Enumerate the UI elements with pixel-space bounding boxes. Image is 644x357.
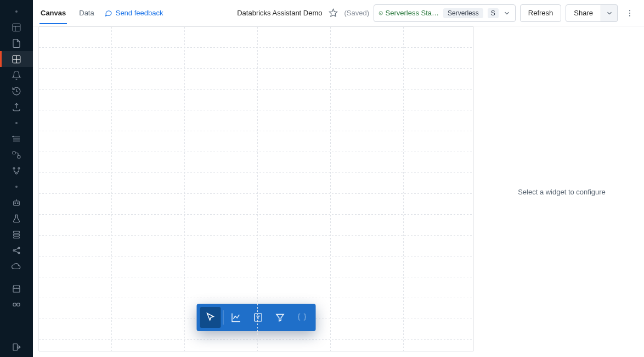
- share-caret-button[interactable]: [601, 4, 618, 22]
- cloud-icon: [12, 261, 21, 271]
- saved-status: (Saved): [344, 9, 370, 17]
- toolbar-separator: [223, 310, 224, 325]
- branch-icon: [12, 166, 21, 176]
- sidebar-dot: [0, 115, 33, 131]
- store-icon: [12, 284, 21, 294]
- sidebar-item-models[interactable]: [0, 226, 33, 242]
- sidebar-item-ml[interactable]: [0, 163, 33, 178]
- sidebar-item-tasks[interactable]: [0, 131, 33, 147]
- sidebar-item-apps[interactable]: [0, 194, 33, 210]
- svg-line-24: [15, 248, 18, 250]
- svg-point-21: [13, 249, 15, 251]
- sidebar-dot: [0, 3, 33, 19]
- svg-rect-20: [14, 237, 20, 238]
- bell-icon: [12, 70, 21, 80]
- history-icon: [12, 86, 21, 96]
- sidebar-item-pipelines[interactable]: [0, 147, 33, 163]
- dashboard-icon: [12, 54, 21, 64]
- tab-data[interactable]: Data: [78, 2, 95, 24]
- sidebar-item-logout[interactable]: [0, 339, 33, 355]
- tool-pointer-button[interactable]: [200, 307, 221, 328]
- feedback-label: Send feedback: [116, 9, 163, 17]
- share-button-group: Share: [566, 4, 618, 22]
- svg-point-12: [18, 168, 20, 169]
- config-panel: Select a widget to configure: [479, 26, 644, 357]
- cluster-chip-primary: Serverless: [443, 8, 483, 18]
- workspace: Select a widget to configure: [33, 26, 644, 357]
- chevron-down-icon: [503, 9, 511, 17]
- svg-rect-9: [13, 152, 15, 154]
- chart-icon: [231, 312, 242, 323]
- svg-point-11: [13, 168, 15, 169]
- svg-point-23: [18, 252, 20, 254]
- cluster-selector[interactable]: Serverless Sta… Serverless S: [374, 4, 516, 22]
- sidebar-item-editor[interactable]: [0, 51, 33, 67]
- svg-point-34: [629, 12, 630, 13]
- dashboard-canvas[interactable]: [38, 26, 474, 352]
- cluster-status-label: Serverless Sta…: [386, 9, 439, 17]
- sidebar-item-history[interactable]: [0, 83, 33, 99]
- share-icon: [12, 246, 21, 255]
- more-menu-button[interactable]: [622, 5, 637, 21]
- flask-icon: [12, 214, 21, 224]
- star-icon: [329, 8, 338, 18]
- sidebar-dot: [0, 178, 33, 194]
- pointer-icon: [205, 312, 216, 323]
- send-feedback-link[interactable]: Send feedback: [104, 9, 163, 17]
- sidebar-item-partner[interactable]: [0, 297, 33, 313]
- svg-rect-29: [13, 344, 18, 350]
- link-icon: [12, 300, 21, 310]
- tool-chart-button[interactable]: [226, 307, 247, 328]
- cluster-status: Serverless Sta…: [379, 9, 439, 17]
- cluster-chip-secondary: S: [488, 8, 499, 18]
- chevron-down-icon: [606, 9, 613, 17]
- share-button[interactable]: Share: [566, 4, 601, 22]
- svg-rect-26: [13, 303, 16, 306]
- svg-line-25: [15, 250, 18, 252]
- robot-icon: [12, 198, 21, 208]
- left-sidebar: [0, 0, 33, 357]
- check-circle-icon: [379, 9, 383, 17]
- svg-point-32: [379, 11, 382, 14]
- text-box-icon: [253, 312, 264, 323]
- tool-text-button[interactable]: [248, 307, 269, 328]
- sidebar-item-cloud[interactable]: [0, 258, 33, 274]
- svg-point-35: [629, 15, 630, 16]
- svg-rect-10: [18, 155, 20, 158]
- tool-filter-button[interactable]: [270, 307, 291, 328]
- file-icon: [12, 38, 21, 48]
- upload-icon: [12, 102, 21, 112]
- svg-point-22: [18, 247, 20, 249]
- logout-icon: [12, 342, 21, 352]
- sidebar-item-data[interactable]: [0, 99, 33, 115]
- sidebar-item-alerts[interactable]: [0, 67, 33, 83]
- svg-point-16: [18, 203, 19, 204]
- view-tabs: Canvas Data: [39, 2, 95, 24]
- main-area: Canvas Data Send feedback Databricks Ass…: [33, 0, 644, 357]
- canvas-wrap: [33, 26, 479, 357]
- svg-rect-0: [13, 24, 20, 31]
- layout-icon: [12, 23, 21, 32]
- svg-point-13: [16, 172, 18, 174]
- floating-toolbar: [197, 304, 316, 331]
- refresh-button[interactable]: Refresh: [520, 4, 562, 22]
- tab-canvas[interactable]: Canvas: [39, 2, 67, 24]
- tool-code-button[interactable]: [292, 307, 313, 328]
- config-panel-hint: Select a widget to configure: [518, 188, 606, 196]
- header-bar: Canvas Data Send feedback Databricks Ass…: [33, 0, 644, 26]
- sidebar-item-share[interactable]: [0, 242, 33, 258]
- chat-icon: [104, 9, 112, 17]
- svg-marker-31: [329, 9, 337, 16]
- tasks-icon: [12, 134, 21, 144]
- filter-icon: [275, 312, 286, 323]
- sidebar-item-file[interactable]: [0, 35, 33, 51]
- stack-icon: [12, 230, 21, 239]
- sidebar-item-marketplace[interactable]: [0, 281, 33, 297]
- sidebar-item-home[interactable]: [0, 19, 33, 35]
- favorite-button[interactable]: [327, 7, 340, 20]
- pipeline-icon: [12, 150, 21, 160]
- svg-rect-27: [17, 303, 20, 306]
- sidebar-item-experiments[interactable]: [0, 210, 33, 226]
- kebab-icon: [625, 9, 634, 18]
- page-title: Databricks Assistant Demo: [237, 9, 322, 17]
